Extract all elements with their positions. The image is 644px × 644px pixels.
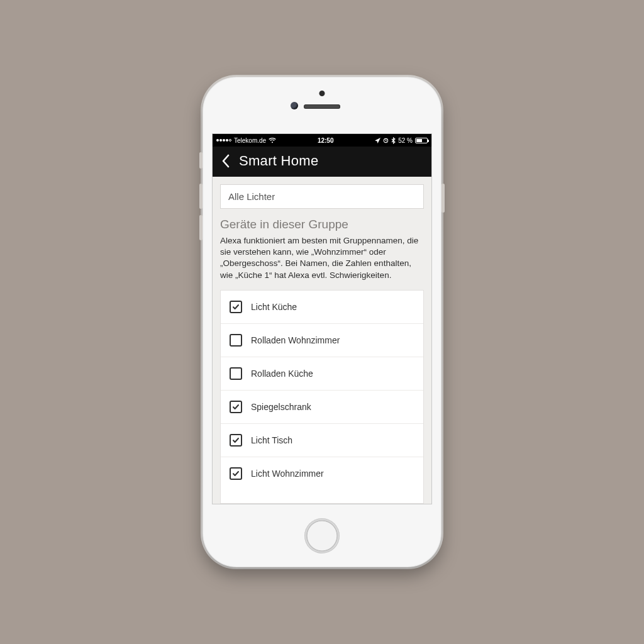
device-row[interactable]: Licht Tisch <box>221 424 423 457</box>
phone-volume-up <box>199 184 203 209</box>
carrier-label: Telekom.de <box>234 137 266 144</box>
device-row[interactable]: Licht Küche <box>221 291 423 324</box>
location-icon <box>375 138 380 143</box>
signal-dots-icon <box>216 139 231 142</box>
device-row[interactable]: Spiegelschrank <box>221 391 423 424</box>
device-label: Licht Tisch <box>251 435 414 445</box>
device-row[interactable]: Rolladen Wohnzimmer <box>221 324 423 357</box>
phone-home-button[interactable] <box>304 518 340 553</box>
section-title: Geräte in dieser Gruppe <box>220 218 424 231</box>
phone-front-camera <box>291 102 298 109</box>
back-icon[interactable] <box>221 154 230 168</box>
device-label: Rolladen Küche <box>251 369 414 379</box>
device-label: Spiegelschrank <box>251 402 414 412</box>
status-left: Telekom.de <box>216 137 276 144</box>
device-label: Rolladen Wohnzimmer <box>251 335 414 345</box>
device-list[interactable]: Licht KücheRolladen WohnzimmerRolladen K… <box>220 290 424 504</box>
checkbox-checked-icon[interactable] <box>230 401 242 413</box>
bluetooth-icon <box>391 137 396 144</box>
app-content: Geräte in dieser Gruppe Alexa funktionie… <box>213 177 431 504</box>
checkbox-unchecked-icon[interactable] <box>230 367 242 380</box>
group-name-input[interactable] <box>220 184 424 209</box>
status-bar: Telekom.de 12:50 52 % <box>213 134 431 147</box>
phone-earpiece <box>304 104 340 109</box>
page-title: Smart Home <box>239 153 318 169</box>
section-helper-text: Alexa funktioniert am besten mit Gruppen… <box>220 235 424 281</box>
checkbox-checked-icon[interactable] <box>230 434 242 447</box>
phone-volume-down <box>199 215 203 240</box>
battery-icon <box>415 138 428 143</box>
device-label: Licht Wohnzimmer <box>251 469 414 479</box>
battery-pct-label: 52 % <box>398 137 413 144</box>
phone-frame: Telekom.de 12:50 52 % Smart Home <box>203 77 441 567</box>
alarm-icon <box>383 138 389 143</box>
checkbox-checked-icon[interactable] <box>230 467 242 480</box>
checkbox-unchecked-icon[interactable] <box>230 334 242 347</box>
clock-label: 12:50 <box>276 137 375 144</box>
device-row[interactable]: Rolladen Küche <box>221 357 423 391</box>
checkbox-checked-icon[interactable] <box>230 301 242 313</box>
phone-sensor-dot <box>319 91 325 96</box>
phone-mute-switch <box>199 152 203 169</box>
device-label: Licht Küche <box>251 302 414 312</box>
status-right: 52 % <box>375 137 428 144</box>
screen: Telekom.de 12:50 52 % Smart Home <box>212 133 432 504</box>
app-header: Smart Home <box>213 147 431 177</box>
phone-power-button <box>441 184 445 213</box>
device-row[interactable]: Licht Wohnzimmer <box>221 457 423 490</box>
wifi-icon <box>269 138 276 143</box>
